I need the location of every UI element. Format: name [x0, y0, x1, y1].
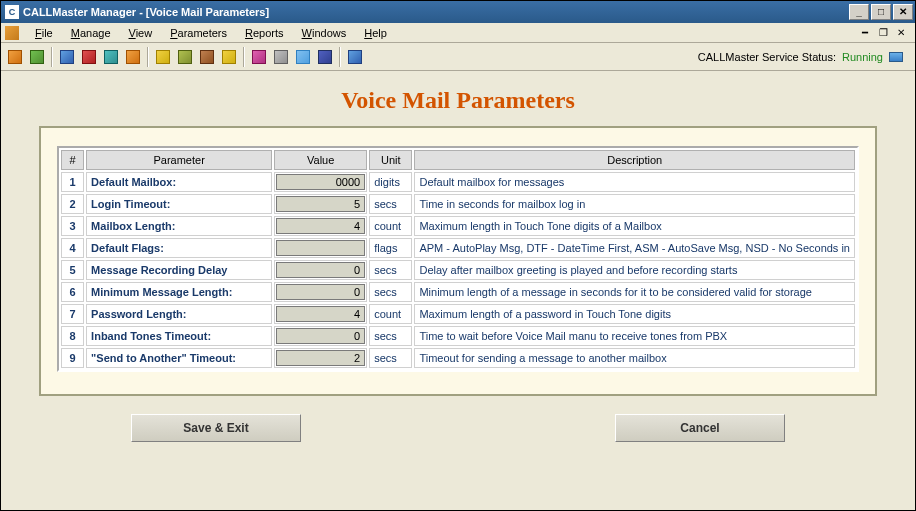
mdi-minimize-button[interactable]: ━	[857, 26, 873, 40]
menu-view[interactable]: View	[121, 25, 161, 41]
unit-cell: secs	[369, 326, 412, 346]
toolbar-separator	[147, 47, 149, 67]
description-cell: Delay after mailbox greeting is played a…	[414, 260, 855, 280]
row-number: 4	[61, 238, 84, 258]
value-input[interactable]	[276, 306, 365, 322]
toolbar-separator	[339, 47, 341, 67]
unit-cell: flags	[369, 238, 412, 258]
title-bar: C CALLMaster Manager - [Voice Mail Param…	[1, 1, 915, 23]
value-cell	[274, 216, 367, 236]
menu-reports[interactable]: Reports	[237, 25, 292, 41]
button-row: Save & Exit Cancel	[11, 414, 905, 442]
col-header-parameter[interactable]: Parameter	[86, 150, 272, 170]
parameter-cell: Minimum Message Length:	[86, 282, 272, 302]
table-row[interactable]: 6Minimum Message Length:secsMinimum leng…	[61, 282, 855, 302]
value-input[interactable]	[276, 218, 365, 234]
description-cell: Timeout for sending a message to another…	[414, 348, 855, 368]
toolbar-icon-10[interactable]	[219, 47, 239, 67]
table-row[interactable]: 4Default Flags:flagsAPM - AutoPlay Msg, …	[61, 238, 855, 258]
status-value: Running	[842, 51, 883, 63]
value-cell	[274, 326, 367, 346]
row-number: 2	[61, 194, 84, 214]
minimize-button[interactable]: _	[849, 4, 869, 20]
description-cell: Time in seconds for mailbox log in	[414, 194, 855, 214]
table-row[interactable]: 9"Send to Another" Timeout:secsTimeout f…	[61, 348, 855, 368]
table-row[interactable]: 5Message Recording DelaysecsDelay after …	[61, 260, 855, 280]
description-cell: Minimum length of a message in seconds f…	[414, 282, 855, 302]
toolbar-icon-5[interactable]	[101, 47, 121, 67]
app-icon: C	[5, 5, 19, 19]
toolbar-icon-8[interactable]	[175, 47, 195, 67]
menu-windows[interactable]: Windows	[294, 25, 355, 41]
toolbar-icon-6[interactable]	[123, 47, 143, 67]
row-number: 7	[61, 304, 84, 324]
unit-cell: secs	[369, 260, 412, 280]
menu-bar: File Manage View Parameters Reports Wind…	[1, 23, 915, 43]
parameter-cell: Mailbox Length:	[86, 216, 272, 236]
cancel-button[interactable]: Cancel	[615, 414, 785, 442]
mdi-restore-button[interactable]: ❐	[875, 26, 891, 40]
value-cell	[274, 260, 367, 280]
description-cell: Time to wait before Voice Mail manu to r…	[414, 326, 855, 346]
parameter-cell: "Send to Another" Timeout:	[86, 348, 272, 368]
row-number: 3	[61, 216, 84, 236]
row-number: 5	[61, 260, 84, 280]
value-cell	[274, 194, 367, 214]
toolbar-icon-15[interactable]	[345, 47, 365, 67]
parameter-cell: Password Length:	[86, 304, 272, 324]
status-indicator-icon	[889, 52, 903, 62]
value-input[interactable]	[276, 174, 365, 190]
toolbar-icon-9[interactable]	[197, 47, 217, 67]
toolbar-icon-7[interactable]	[153, 47, 173, 67]
value-input[interactable]	[276, 328, 365, 344]
table-row[interactable]: 1Default Mailbox:digitsDefault mailbox f…	[61, 172, 855, 192]
value-input[interactable]	[276, 240, 365, 256]
row-number: 9	[61, 348, 84, 368]
parameter-cell: Message Recording Delay	[86, 260, 272, 280]
table-row[interactable]: 7Password Length:countMaximum length of …	[61, 304, 855, 324]
value-cell	[274, 348, 367, 368]
table-row[interactable]: 3Mailbox Length:countMaximum length in T…	[61, 216, 855, 236]
save-exit-button[interactable]: Save & Exit	[131, 414, 301, 442]
col-header-num[interactable]: #	[61, 150, 84, 170]
toolbar-icon-13[interactable]	[293, 47, 313, 67]
toolbar: CALLMaster Service Status: Running	[1, 43, 915, 71]
value-input[interactable]	[276, 284, 365, 300]
toolbar-icon-2[interactable]	[27, 47, 47, 67]
parameters-table: # Parameter Value Unit Description 1Defa…	[59, 148, 857, 370]
menu-file[interactable]: File	[27, 25, 61, 41]
main-window: C CALLMaster Manager - [Voice Mail Param…	[0, 0, 916, 511]
row-number: 8	[61, 326, 84, 346]
window-title: CALLMaster Manager - [Voice Mail Paramet…	[23, 6, 849, 18]
value-input[interactable]	[276, 262, 365, 278]
toolbar-icon-14[interactable]	[315, 47, 335, 67]
window-controls: _ □ ✕	[849, 1, 915, 23]
description-cell: Default mailbox for messages	[414, 172, 855, 192]
close-button[interactable]: ✕	[893, 4, 913, 20]
value-cell	[274, 304, 367, 324]
toolbar-icon-3[interactable]	[57, 47, 77, 67]
parameter-cell: Default Mailbox:	[86, 172, 272, 192]
menu-parameters[interactable]: Parameters	[162, 25, 235, 41]
table-row[interactable]: 8Inband Tones Timeout:secsTime to wait b…	[61, 326, 855, 346]
value-cell	[274, 238, 367, 258]
maximize-button[interactable]: □	[871, 4, 891, 20]
toolbar-icon-1[interactable]	[5, 47, 25, 67]
parameters-panel: # Parameter Value Unit Description 1Defa…	[39, 126, 877, 396]
menu-help[interactable]: Help	[356, 25, 395, 41]
menu-manage[interactable]: Manage	[63, 25, 119, 41]
description-cell: APM - AutoPlay Msg, DTF - DateTime First…	[414, 238, 855, 258]
row-number: 1	[61, 172, 84, 192]
parameter-cell: Login Timeout:	[86, 194, 272, 214]
mdi-close-button[interactable]: ✕	[893, 26, 909, 40]
toolbar-icon-11[interactable]	[249, 47, 269, 67]
col-header-unit[interactable]: Unit	[369, 150, 412, 170]
table-row[interactable]: 2Login Timeout:secsTime in seconds for m…	[61, 194, 855, 214]
toolbar-icon-4[interactable]	[79, 47, 99, 67]
col-header-value[interactable]: Value	[274, 150, 367, 170]
description-cell: Maximum length in Touch Tone digits of a…	[414, 216, 855, 236]
col-header-description[interactable]: Description	[414, 150, 855, 170]
toolbar-icon-12[interactable]	[271, 47, 291, 67]
value-input[interactable]	[276, 196, 365, 212]
value-input[interactable]	[276, 350, 365, 366]
